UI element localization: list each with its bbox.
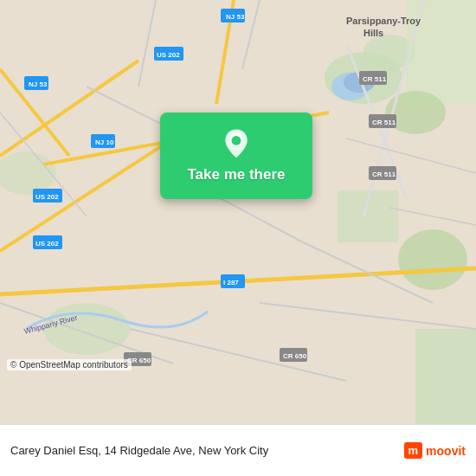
svg-text:Parsippany-Troy: Parsippany-Troy — [346, 16, 421, 26]
moovit-wordmark: moovit — [426, 444, 466, 458]
svg-text:CR 511: CR 511 — [363, 75, 387, 83]
svg-text:NJ 10: NJ 10 — [95, 138, 114, 146]
svg-text:CR 650: CR 650 — [283, 352, 307, 360]
copyright-text: © OpenStreetMap contributors — [7, 359, 132, 370]
svg-text:US 202: US 202 — [157, 51, 180, 59]
svg-point-7 — [43, 303, 130, 355]
map-container: Whippany River NJ 53 US 202 NJ 53 NJ 10 … — [0, 0, 476, 424]
location-pin-icon — [221, 128, 252, 159]
take-me-there-label: Take me there — [187, 166, 285, 183]
svg-text:NJ 53: NJ 53 — [226, 13, 245, 21]
address-text: Carey Daniel Esq, 14 Ridgedale Ave, New … — [10, 444, 404, 457]
moovit-logo: m moovit — [404, 442, 466, 459]
svg-text:CR 511: CR 511 — [372, 170, 396, 178]
svg-point-61 — [232, 136, 241, 145]
svg-text:NJ 53: NJ 53 — [29, 80, 48, 88]
moovit-letter: m — [404, 442, 423, 459]
bottom-bar: Carey Daniel Esq, 14 Ridgedale Ave, New … — [0, 424, 476, 476]
svg-text:US 202: US 202 — [35, 193, 59, 201]
svg-point-6 — [398, 229, 467, 290]
svg-text:Hills: Hills — [363, 28, 383, 38]
svg-text:CR 511: CR 511 — [372, 119, 396, 126]
take-me-there-button[interactable]: Take me there — [160, 113, 312, 199]
svg-text:US 202: US 202 — [35, 240, 59, 248]
svg-rect-9 — [415, 329, 476, 424]
svg-text:I 287: I 287 — [223, 279, 239, 286]
